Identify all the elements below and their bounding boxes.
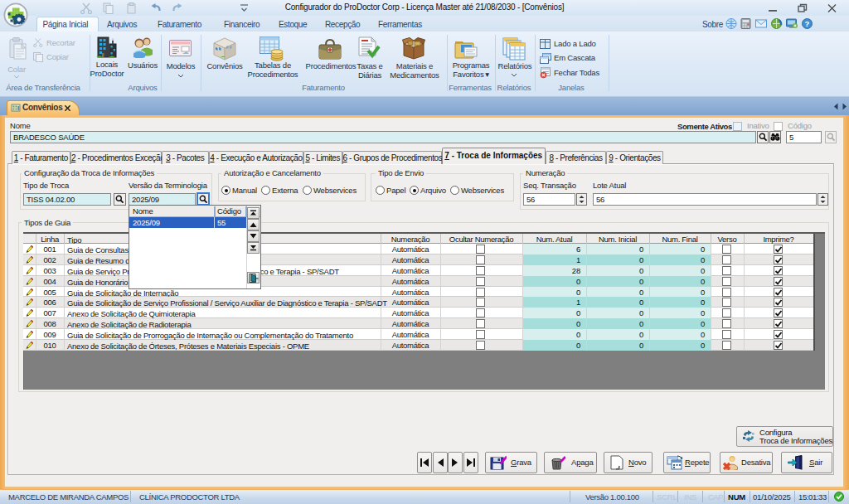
svg-text:?: ? [805,19,810,28]
